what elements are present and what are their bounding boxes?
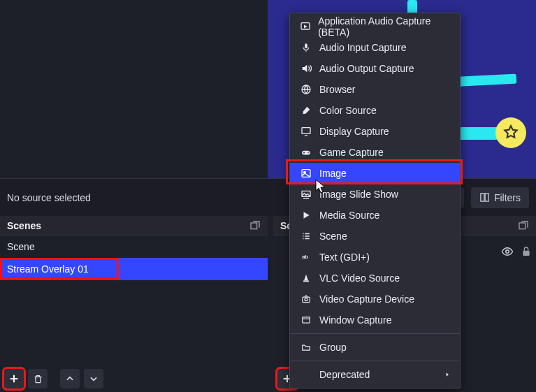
scenes-panel-header: Scenes bbox=[0, 216, 268, 235]
speaker-icon bbox=[300, 63, 312, 74]
ctx-item-scene[interactable]: Scene bbox=[290, 226, 460, 247]
play-icon bbox=[300, 210, 312, 220]
brush-icon bbox=[300, 105, 312, 116]
annotation-box bbox=[0, 258, 119, 280]
move-scene-down-button[interactable] bbox=[84, 369, 103, 389]
dock-icon[interactable] bbox=[518, 220, 529, 231]
text-icon: ab bbox=[300, 252, 312, 262]
scene-item[interactable]: Scene bbox=[0, 235, 268, 258]
ctx-item-browser[interactable]: Browser bbox=[290, 79, 460, 100]
ctx-item-label: Scene bbox=[319, 231, 347, 242]
ctx-item-audio-output-capture[interactable]: Audio Output Capture bbox=[290, 58, 460, 79]
eye-icon[interactable] bbox=[501, 245, 514, 258]
no-source-label: No source selected bbox=[7, 192, 91, 203]
ctx-item-application-audio-capture-beta[interactable]: Application Audio Capture (BETA) bbox=[290, 16, 460, 37]
remove-scene-button[interactable] bbox=[28, 369, 48, 389]
mic-icon bbox=[300, 42, 312, 53]
app-audio-icon bbox=[300, 21, 311, 32]
ctx-item-audio-input-capture[interactable]: Audio Input Capture bbox=[290, 37, 460, 58]
svg-point-4 bbox=[506, 250, 509, 254]
ctx-item-label: VLC Video Source bbox=[319, 273, 400, 284]
filters-label: Filters bbox=[494, 192, 521, 203]
add-source-context-menu: Application Audio Capture (BETA)Audio In… bbox=[289, 13, 461, 389]
ctx-item-vlc-video-source[interactable]: VLC Video Source bbox=[290, 268, 460, 289]
slideshow-icon bbox=[300, 189, 312, 200]
ctx-item-label: Display Capture bbox=[319, 126, 389, 137]
ctx-item-label: Audio Input Capture bbox=[319, 42, 407, 53]
ctx-item-image-slide-show[interactable]: Image Slide Show bbox=[290, 184, 460, 205]
ctx-item-media-source[interactable]: Media Source bbox=[290, 205, 460, 226]
star-icon bbox=[495, 117, 526, 148]
svg-rect-0 bbox=[481, 194, 484, 201]
filters-icon bbox=[479, 192, 490, 203]
scenes-bottom-bar bbox=[0, 365, 268, 392]
monitor-icon bbox=[300, 126, 312, 137]
submenu-arrow-icon bbox=[444, 370, 450, 379]
svg-rect-1 bbox=[485, 194, 488, 201]
ctx-item-label: Text (GDI+) bbox=[319, 252, 370, 263]
svg-rect-17 bbox=[303, 281, 309, 282]
ctx-item-label: Image bbox=[319, 168, 347, 179]
window-icon bbox=[300, 315, 312, 325]
vlc-icon bbox=[300, 273, 312, 284]
move-scene-up-button[interactable] bbox=[60, 369, 80, 389]
ctx-item-label: Browser bbox=[319, 84, 355, 95]
gamepad-icon bbox=[300, 147, 312, 157]
list-icon bbox=[300, 231, 312, 241]
svg-rect-20 bbox=[303, 317, 310, 323]
ctx-item-deprecated[interactable]: Deprecated bbox=[290, 364, 460, 385]
ctx-item-label: Application Audio Capture (BETA) bbox=[318, 15, 450, 38]
ctx-item-group[interactable]: Group bbox=[290, 337, 460, 358]
ctx-item-label: Game Capture bbox=[319, 147, 384, 158]
svg-point-19 bbox=[305, 298, 307, 301]
camera-icon bbox=[300, 294, 312, 304]
ctx-item-label: Media Source bbox=[319, 210, 379, 221]
ctx-item-video-capture-device[interactable]: Video Capture Device bbox=[290, 289, 460, 310]
image-icon bbox=[300, 168, 312, 179]
menu-separator bbox=[290, 361, 460, 361]
ctx-item-color-source[interactable]: Color Source bbox=[290, 100, 460, 121]
svg-point-12 bbox=[308, 152, 310, 153]
scenes-list: Scene Stream Overlay 01 bbox=[0, 235, 268, 372]
filters-button[interactable]: Filters bbox=[471, 187, 529, 208]
svg-rect-2 bbox=[251, 223, 257, 229]
scenes-title: Scenes bbox=[7, 220, 41, 231]
svg-rect-7 bbox=[305, 43, 307, 48]
svg-rect-10 bbox=[302, 151, 310, 155]
lock-icon[interactable] bbox=[521, 245, 532, 258]
ctx-item-label: Color Source bbox=[319, 105, 377, 116]
svg-point-11 bbox=[307, 152, 309, 154]
svg-rect-3 bbox=[519, 223, 526, 229]
ctx-item-display-capture[interactable]: Display Capture bbox=[290, 121, 460, 142]
svg-rect-5 bbox=[523, 251, 529, 256]
ctx-item-label: Group bbox=[319, 342, 347, 353]
ctx-item-label: Audio Output Capture bbox=[319, 63, 414, 74]
folder-icon bbox=[300, 342, 312, 352]
globe-icon bbox=[300, 84, 312, 95]
ctx-item-label: Deprecated bbox=[319, 369, 370, 380]
svg-rect-9 bbox=[302, 128, 310, 134]
ctx-item-image[interactable]: Image bbox=[290, 163, 460, 184]
ctx-item-label: Image Slide Show bbox=[319, 189, 398, 200]
menu-separator bbox=[290, 333, 460, 334]
ctx-item-window-capture[interactable]: Window Capture bbox=[290, 310, 460, 331]
ctx-item-label: Video Capture Device bbox=[319, 293, 414, 305]
ctx-item-label: Window Capture bbox=[319, 314, 392, 326]
add-scene-button[interactable] bbox=[4, 369, 24, 389]
svg-text:ab: ab bbox=[302, 254, 308, 260]
ctx-item-game-capture[interactable]: Game Capture bbox=[290, 142, 460, 163]
dock-icon[interactable] bbox=[249, 220, 261, 231]
ctx-item-text-gdi[interactable]: abText (GDI+) bbox=[290, 247, 460, 268]
scene-label: Scene bbox=[7, 241, 35, 252]
